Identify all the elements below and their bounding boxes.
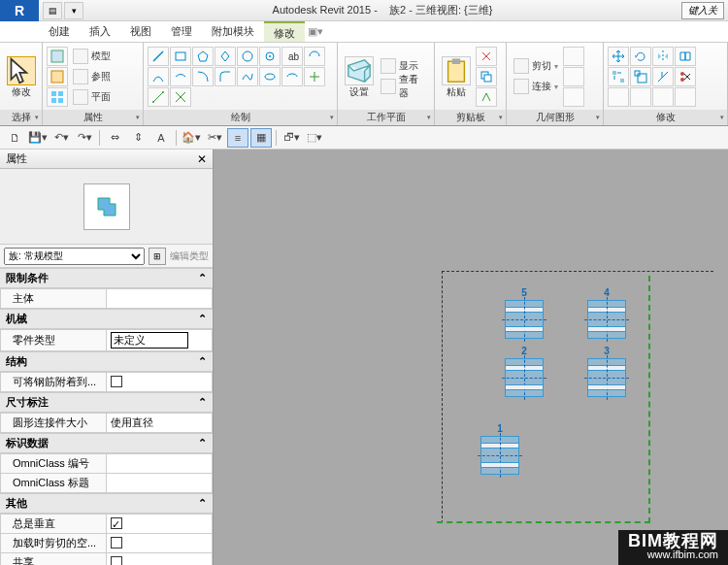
draw-spline[interactable]	[237, 67, 258, 86]
qt-text[interactable]: A	[150, 128, 172, 148]
qt-section[interactable]: ✂▾	[204, 128, 225, 148]
prop-tool-3[interactable]	[47, 87, 68, 107]
menu-modify[interactable]: 修改	[264, 21, 305, 42]
prop-parttype-val[interactable]: 未定义	[107, 330, 213, 351]
close-icon[interactable]: ✕	[197, 152, 207, 166]
qt-thin[interactable]: ≡	[227, 128, 248, 148]
draw-axis[interactable]	[148, 87, 169, 107]
paste-button[interactable]: 粘贴	[439, 56, 474, 97]
qt-switch[interactable]: 🗗▾	[281, 128, 302, 148]
panel-select[interactable]: 选择	[0, 110, 42, 125]
cut-button[interactable]	[476, 47, 497, 66]
prop-conn-val[interactable]: 使用直径	[107, 414, 213, 433]
plane-button[interactable]: 平面	[70, 87, 114, 107]
menu-addons[interactable]: 附加模块	[202, 21, 264, 42]
panel-draw[interactable]: 绘制	[144, 110, 337, 125]
draw-ellipse[interactable]	[259, 67, 281, 86]
match-button[interactable]	[476, 87, 497, 107]
menu-create[interactable]: 创建	[39, 21, 80, 42]
group-dim[interactable]: 尺寸标注	[6, 395, 49, 410]
mod-t2[interactable]	[675, 87, 696, 107]
draw-arc1[interactable]	[148, 67, 169, 86]
draw-pick[interactable]	[304, 67, 325, 86]
viewport-3d[interactable]: 54231	[214, 150, 728, 565]
menu-manage[interactable]: 管理	[161, 21, 202, 42]
draw-hellipse[interactable]	[281, 67, 303, 86]
prop-tool-1[interactable]	[47, 47, 68, 66]
draw-circle[interactable]	[237, 47, 258, 66]
draw-arc2[interactable]	[170, 67, 191, 86]
geom-t1[interactable]	[563, 47, 584, 66]
qat-recent-icon[interactable]: ▤	[43, 2, 62, 19]
qt-3d[interactable]: 🏠▾	[181, 128, 202, 148]
array-button[interactable]	[608, 67, 629, 86]
trim-button[interactable]	[652, 67, 674, 86]
mod-t1[interactable]	[652, 87, 674, 107]
mirror2-button[interactable]	[675, 47, 696, 66]
draw-fillet[interactable]	[215, 67, 236, 86]
qt-new[interactable]: 🗋	[4, 128, 25, 148]
ref-button[interactable]: 参照	[70, 67, 114, 86]
geom-t2[interactable]	[563, 67, 584, 86]
panel-clipboard[interactable]: 剪贴板	[435, 110, 506, 125]
mirror-button[interactable]	[652, 47, 674, 66]
prop-omnititle-val[interactable]	[107, 474, 213, 493]
prop-host-val[interactable]	[107, 289, 213, 309]
prop-omninum-val[interactable]	[107, 454, 213, 474]
qt-align2[interactable]: ⇕	[127, 128, 149, 148]
qt-undo[interactable]: ↶▾	[50, 128, 72, 148]
model-button[interactable]: 模型	[70, 47, 114, 66]
panel-props[interactable]: 属性	[43, 110, 143, 125]
geom-cut-button[interactable]: 剪切▾	[511, 56, 561, 76]
qt-close[interactable]: ▦	[250, 128, 272, 148]
group-struct[interactable]: 结构	[6, 354, 27, 369]
draw-half[interactable]	[304, 47, 325, 66]
menu-insert[interactable]: 插入	[80, 21, 120, 42]
group-constraints[interactable]: 限制条件	[6, 271, 49, 285]
pillar-5[interactable]: 5	[505, 300, 544, 339]
pillar-1[interactable]: 1	[480, 436, 519, 475]
group-ident[interactable]: 标识数据	[6, 436, 49, 450]
set-workplane-button[interactable]: 设置	[342, 56, 376, 97]
prop-cut-val[interactable]	[107, 534, 213, 553]
prop-rebar-val[interactable]	[107, 373, 213, 392]
group-other[interactable]: 其他	[6, 496, 27, 511]
draw-poly[interactable]	[192, 47, 214, 66]
scale-button[interactable]	[630, 67, 651, 86]
align-button[interactable]	[630, 87, 651, 107]
pillar-3[interactable]: 3	[587, 358, 626, 397]
panel-geom[interactable]: 几何图形	[507, 110, 603, 125]
panel-modify[interactable]: 修改	[604, 110, 727, 125]
prop-share-val[interactable]	[107, 553, 213, 566]
draw-rect[interactable]	[170, 47, 191, 66]
app-logo[interactable]: R	[0, 0, 39, 21]
qt-align[interactable]: ⇔	[104, 128, 125, 148]
qt-save[interactable]: 💾▾	[27, 128, 49, 148]
qt-redo[interactable]: ↷▾	[74, 128, 95, 148]
move-button[interactable]	[608, 47, 629, 66]
qat-dropdown-icon[interactable]: ▾	[64, 2, 83, 19]
draw-line[interactable]	[148, 47, 169, 66]
group-mech[interactable]: 机械	[6, 312, 27, 326]
geom-join-button[interactable]: 连接▾	[511, 77, 561, 96]
split-button[interactable]	[675, 67, 696, 86]
menu-view[interactable]: 视图	[120, 21, 161, 42]
draw-arc3[interactable]	[192, 67, 214, 86]
viewer-button[interactable]: 查看器	[378, 77, 430, 96]
draw-text[interactable]: ab	[281, 47, 303, 66]
draw-star[interactable]	[259, 47, 281, 66]
edit-type-button[interactable]: ⊞	[149, 248, 166, 265]
prop-vert-val[interactable]: ✓	[107, 515, 213, 534]
offset-button[interactable]	[608, 87, 629, 107]
modify-button[interactable]: 修改	[4, 56, 38, 97]
pillar-4[interactable]: 4	[587, 300, 626, 339]
draw-poly2[interactable]	[215, 47, 236, 66]
copy-button[interactable]	[476, 67, 497, 86]
rotate-button[interactable]	[630, 47, 651, 66]
qt-more[interactable]: ⬚▾	[304, 128, 325, 148]
type-selector[interactable]: 族: 常规模型	[4, 248, 145, 265]
pillar-2[interactable]: 2	[505, 358, 544, 397]
geom-t3[interactable]	[563, 87, 584, 107]
menu-overflow-icon[interactable]: ▣▾	[305, 21, 326, 42]
prop-tool-2[interactable]	[47, 67, 68, 86]
